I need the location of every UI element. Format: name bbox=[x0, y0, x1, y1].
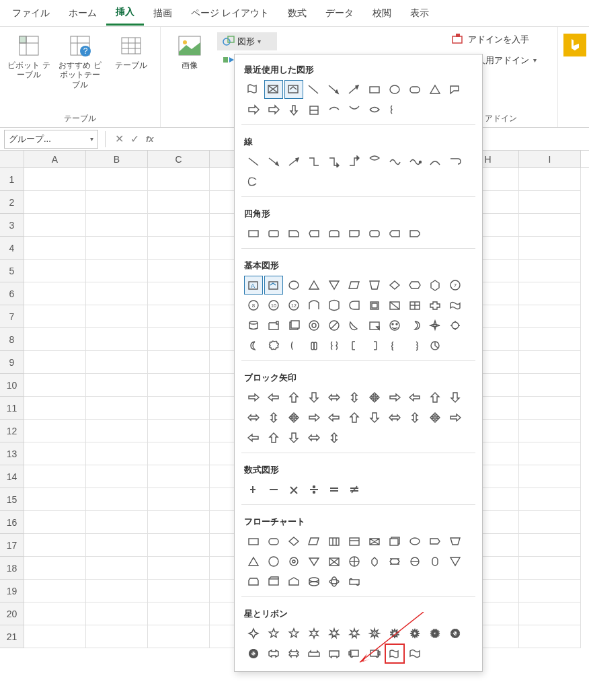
shape-option[interactable]: 32 bbox=[244, 644, 263, 663]
shape-option[interactable] bbox=[284, 644, 303, 663]
col-header-C[interactable]: C bbox=[148, 151, 210, 167]
shape-option[interactable] bbox=[365, 532, 384, 551]
shape-option[interactable] bbox=[365, 388, 384, 407]
row-header-15[interactable]: 15 bbox=[0, 488, 24, 511]
shape-option[interactable] bbox=[446, 408, 465, 427]
row-header-1[interactable]: 1 bbox=[0, 168, 24, 191]
cell[interactable] bbox=[86, 580, 148, 602]
shape-option[interactable] bbox=[385, 552, 404, 571]
pivot-table-button[interactable]: ピボット テーブル bbox=[5, 31, 52, 110]
shape-option[interactable] bbox=[345, 152, 364, 171]
cell[interactable] bbox=[86, 305, 148, 328]
image-button[interactable]: 画像 bbox=[166, 31, 213, 73]
cell[interactable] bbox=[148, 397, 210, 420]
shape-option[interactable] bbox=[385, 296, 404, 315]
shape-option[interactable] bbox=[305, 624, 323, 643]
shape-option[interactable] bbox=[385, 408, 404, 427]
shape-option[interactable] bbox=[345, 552, 364, 571]
shape-option[interactable] bbox=[284, 388, 303, 407]
shape-option[interactable] bbox=[446, 388, 465, 407]
shape-option[interactable] bbox=[244, 428, 263, 447]
cell[interactable] bbox=[148, 511, 210, 534]
shape-option[interactable] bbox=[264, 336, 283, 355]
cell[interactable] bbox=[86, 534, 148, 557]
cell[interactable] bbox=[519, 328, 581, 351]
shape-option[interactable] bbox=[244, 480, 263, 499]
shape-option[interactable] bbox=[264, 100, 283, 119]
shape-option[interactable] bbox=[284, 224, 303, 243]
shape-option[interactable] bbox=[305, 388, 323, 407]
cell[interactable] bbox=[148, 282, 210, 305]
shape-option[interactable] bbox=[284, 624, 303, 643]
shape-option[interactable] bbox=[264, 80, 283, 99]
shape-option[interactable] bbox=[244, 388, 263, 407]
cell[interactable] bbox=[148, 534, 210, 557]
shape-option[interactable] bbox=[365, 152, 384, 171]
shape-option[interactable] bbox=[446, 316, 465, 335]
cell[interactable] bbox=[86, 602, 148, 625]
shape-option[interactable] bbox=[365, 296, 384, 315]
shape-option[interactable] bbox=[365, 316, 384, 335]
shape-option[interactable]: 8 bbox=[365, 624, 384, 643]
shape-option[interactable] bbox=[244, 572, 263, 591]
cell[interactable] bbox=[24, 557, 86, 580]
shape-option[interactable] bbox=[405, 152, 424, 171]
tab-5[interactable]: 数式 bbox=[278, 2, 316, 25]
row-header-14[interactable]: 14 bbox=[0, 465, 24, 488]
cell[interactable] bbox=[148, 465, 210, 488]
shape-option[interactable] bbox=[365, 408, 384, 427]
shape-option[interactable] bbox=[385, 100, 404, 119]
shape-option[interactable] bbox=[305, 552, 323, 571]
row-header-5[interactable]: 5 bbox=[0, 260, 24, 282]
shape-option[interactable] bbox=[305, 100, 323, 119]
cell[interactable] bbox=[24, 465, 86, 488]
cell[interactable] bbox=[86, 397, 148, 420]
cell[interactable] bbox=[148, 488, 210, 511]
row-header-8[interactable]: 8 bbox=[0, 328, 24, 351]
shape-option[interactable] bbox=[385, 276, 404, 295]
shape-option[interactable] bbox=[305, 644, 323, 663]
shape-option[interactable] bbox=[405, 408, 424, 427]
shape-option[interactable] bbox=[305, 80, 323, 99]
shape-option[interactable]: 12 bbox=[405, 624, 424, 643]
shape-option[interactable] bbox=[284, 408, 303, 427]
cell[interactable] bbox=[148, 237, 210, 260]
shape-option[interactable] bbox=[426, 552, 444, 571]
shape-option[interactable] bbox=[244, 532, 263, 551]
cell[interactable] bbox=[148, 305, 210, 328]
shape-option[interactable] bbox=[264, 552, 283, 571]
row-header-20[interactable]: 20 bbox=[0, 602, 24, 625]
shape-option[interactable] bbox=[385, 388, 404, 407]
shape-option[interactable] bbox=[345, 336, 364, 355]
shape-option[interactable] bbox=[325, 388, 344, 407]
shape-option[interactable]: 12 bbox=[284, 296, 303, 315]
shape-option[interactable] bbox=[446, 552, 465, 571]
cell[interactable] bbox=[24, 374, 86, 397]
shape-option[interactable] bbox=[244, 172, 263, 191]
cell[interactable] bbox=[86, 374, 148, 397]
tab-7[interactable]: 校閲 bbox=[363, 2, 401, 25]
cell[interactable] bbox=[519, 260, 581, 282]
cell[interactable] bbox=[24, 580, 86, 602]
shape-option[interactable] bbox=[365, 224, 384, 243]
shape-option[interactable] bbox=[305, 408, 323, 427]
cell[interactable] bbox=[86, 328, 148, 351]
shape-option[interactable] bbox=[426, 388, 444, 407]
cell[interactable] bbox=[86, 625, 148, 648]
cancel-icon[interactable]: ✕ bbox=[115, 132, 124, 145]
row-header-18[interactable]: 18 bbox=[0, 557, 24, 580]
shape-option[interactable] bbox=[305, 276, 323, 295]
shape-option[interactable] bbox=[305, 224, 323, 243]
shape-option[interactable] bbox=[264, 316, 283, 335]
shape-option[interactable] bbox=[264, 428, 283, 447]
shape-option[interactable] bbox=[365, 276, 384, 295]
shape-option[interactable] bbox=[264, 388, 283, 407]
shape-option[interactable] bbox=[325, 296, 344, 315]
cell[interactable] bbox=[24, 420, 86, 442]
shape-option[interactable] bbox=[305, 296, 323, 315]
shape-option[interactable] bbox=[385, 336, 404, 355]
name-box[interactable]: グループ... ▾ bbox=[4, 130, 98, 149]
shape-option[interactable] bbox=[446, 80, 465, 99]
cell[interactable] bbox=[148, 602, 210, 625]
fx-button[interactable]: fx bbox=[146, 134, 154, 144]
